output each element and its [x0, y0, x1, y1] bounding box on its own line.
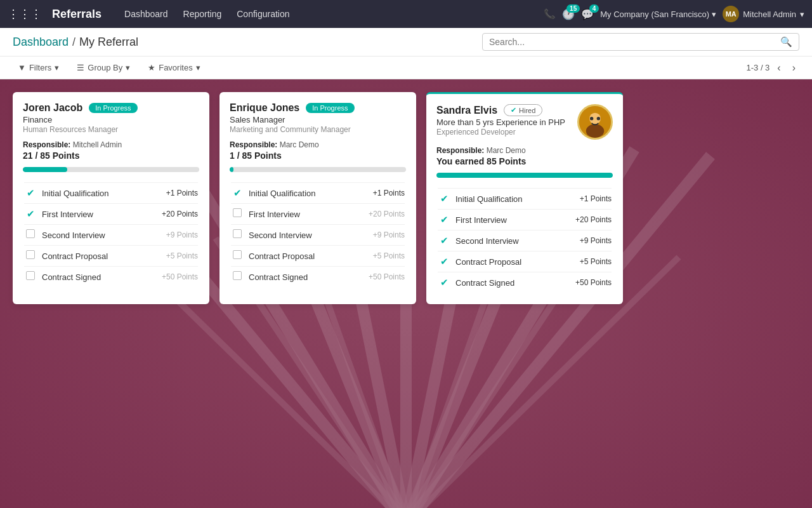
card-points-2: You earned 85 Points: [436, 156, 613, 166]
breadcrumb-current: My Referral: [79, 36, 138, 49]
card-points-0: 21 / 85 Points: [23, 150, 199, 161]
checklist-row-0-0: ✔ Initial Qualification +1 Points: [24, 182, 198, 203]
top-navbar: ⋮⋮⋮ Referrals Dashboard Reporting Config…: [0, 0, 812, 28]
checklist-label: Second Interview: [42, 231, 166, 240]
clock-icon[interactable]: 🕐 15: [562, 8, 575, 20]
check-box-icon[interactable]: [233, 271, 242, 280]
favorites-label: Favorites: [159, 63, 192, 72]
checklist-2: ✔ Initial Qualification +1 Points ✔ Firs…: [436, 187, 613, 294]
checklist-row-0-1: ✔ First Interview +20 Points: [24, 203, 198, 224]
filters-label: Filters: [29, 63, 51, 72]
checklist-label: Second Interview: [249, 231, 373, 240]
card-job-1: Sales Manager: [230, 115, 355, 124]
checklist-0: ✔ Initial Qualification +1 Points ✔ Firs…: [23, 181, 199, 288]
pagination-prev[interactable]: ‹: [773, 61, 784, 75]
check-box-icon[interactable]: [233, 229, 242, 238]
checklist-row-0-3: Contract Proposal +5 Points: [24, 245, 198, 266]
checklist-row-2-1: ✔ First Interview +20 Points: [438, 209, 612, 230]
check-done-icon: ✔: [27, 187, 35, 198]
nav-configuration[interactable]: Configuration: [229, 0, 297, 28]
checklist-row-2-0: ✔ Initial Qualification +1 Points: [438, 188, 612, 209]
breadcrumb-root-label: Dashboard: [13, 36, 69, 48]
status-badge-1: In Progress: [306, 103, 354, 113]
checklist-label: Contract Signed: [42, 272, 162, 282]
card-responsible-0: Responsible: Mitchell Admin: [23, 140, 199, 149]
checklist-row-2-4: ✔ Contract Signed +50 Points: [438, 272, 612, 293]
check-box-icon[interactable]: [26, 250, 35, 259]
checklist-points-pending: +5 Points: [373, 251, 405, 260]
pagination-text: 1-3 / 3: [746, 63, 769, 72]
card-responsible-1: Responsible: Marc Demo: [230, 140, 406, 149]
card-responsible-2: Responsible: Marc Demo: [436, 146, 613, 155]
chat-icon[interactable]: 💬 4: [581, 8, 594, 20]
card-header-2: Sandra Elvis ✔ Hired More than 5 yrs Exp…: [436, 104, 613, 140]
checklist-points-pending: +9 Points: [373, 231, 405, 239]
search-input[interactable]: [489, 37, 778, 47]
app-logo[interactable]: Referrals: [52, 8, 102, 21]
checklist-label: Initial Qualification: [42, 189, 166, 198]
filters-arrow: ▾: [55, 63, 59, 72]
checklist-points: +1 Points: [580, 194, 612, 203]
user-avatar: MA: [723, 6, 739, 22]
status-badge-0: In Progress: [89, 103, 137, 113]
card-progress-bar-1: [230, 167, 406, 172]
favorites-button[interactable]: ★ Favorites ▾: [143, 60, 205, 75]
card-name-0: Joren Jacob: [23, 102, 82, 114]
checklist-label: Contract Proposal: [455, 257, 580, 267]
group-by-arrow: ▾: [126, 63, 130, 72]
checklist-label: Contract Proposal: [249, 251, 373, 261]
referral-card-0: Joren Jacob In Progress Finance Human Re…: [13, 92, 209, 304]
nav-dashboard[interactable]: Dashboard: [117, 0, 176, 28]
card-points-1: 1 / 85 Points: [230, 150, 406, 161]
svg-point-19: [597, 117, 600, 120]
filters-button[interactable]: ▼ Filters ▾: [13, 60, 64, 75]
breadcrumb-separator: /: [72, 36, 75, 49]
check-done-icon: ✔: [440, 256, 449, 267]
checklist-points-pending: +5 Points: [166, 251, 198, 260]
check-box-icon[interactable]: [233, 208, 242, 217]
svg-point-17: [586, 124, 605, 138]
card-job-0: Finance: [23, 115, 138, 124]
checklist-points: +20 Points: [162, 210, 198, 218]
check-done-icon: ✔: [440, 235, 449, 246]
pagination-controls: 1-3 / 3 ‹ ›: [746, 61, 799, 75]
check-done-icon: ✔: [233, 187, 242, 198]
apps-menu-icon[interactable]: ⋮⋮⋮: [8, 7, 42, 21]
checklist-points: +1 Points: [166, 189, 198, 197]
check-box-icon[interactable]: [233, 250, 242, 259]
card-progress-bar-0: [23, 167, 199, 172]
user-menu[interactable]: MA Mitchell Admin ▾: [723, 6, 804, 22]
referral-card-2: Sandra Elvis ✔ Hired More than 5 yrs Exp…: [426, 92, 623, 304]
group-by-label: Group By: [88, 63, 122, 72]
nav-reporting[interactable]: Reporting: [176, 0, 230, 28]
hired-badge: ✔ Hired: [504, 104, 542, 116]
phone-icon[interactable]: 📞: [544, 8, 556, 20]
group-by-icon: ☰: [77, 63, 84, 72]
breadcrumb-root[interactable]: Dashboard: [13, 36, 69, 49]
card-name-2: Sandra Elvis: [436, 105, 497, 116]
checklist-label: Contract Proposal: [42, 251, 166, 261]
checklist-label: First Interview: [42, 210, 162, 219]
checklist-label: First Interview: [455, 215, 575, 225]
check-box-icon[interactable]: [26, 271, 35, 280]
checklist-row-2-2: ✔ Second Interview +9 Points: [438, 230, 612, 251]
checklist-row-1-3: Contract Proposal +5 Points: [231, 245, 405, 266]
checklist-row-2-3: ✔ Contract Proposal +5 Points: [438, 251, 612, 272]
checklist-label: First Interview: [249, 210, 369, 219]
check-box-icon[interactable]: [26, 229, 35, 238]
card-progress-fill-2: [436, 173, 613, 178]
checklist-label: Second Interview: [455, 236, 580, 246]
checklist-points-pending: +9 Points: [166, 231, 198, 239]
checklist-points-pending: +50 Points: [162, 272, 198, 281]
company-selector[interactable]: My Company (San Francisco) ▾: [600, 10, 716, 19]
checklist-row-1-1: First Interview +20 Points: [231, 203, 405, 224]
pagination-next[interactable]: ›: [789, 61, 799, 75]
checklist-row-1-0: ✔ Initial Qualification +1 Points: [231, 182, 405, 203]
checklist-row-0-2: Second Interview +9 Points: [24, 224, 198, 245]
checklist-points: +5 Points: [580, 257, 612, 266]
group-by-button[interactable]: ☰ Group By ▾: [72, 60, 135, 75]
card-name-1: Enrique Jones: [230, 102, 299, 114]
card-header-0: Joren Jacob In Progress Finance Human Re…: [23, 102, 199, 134]
card-avatar-2: [577, 104, 613, 140]
checklist-row-0-4: Contract Signed +50 Points: [24, 266, 198, 287]
